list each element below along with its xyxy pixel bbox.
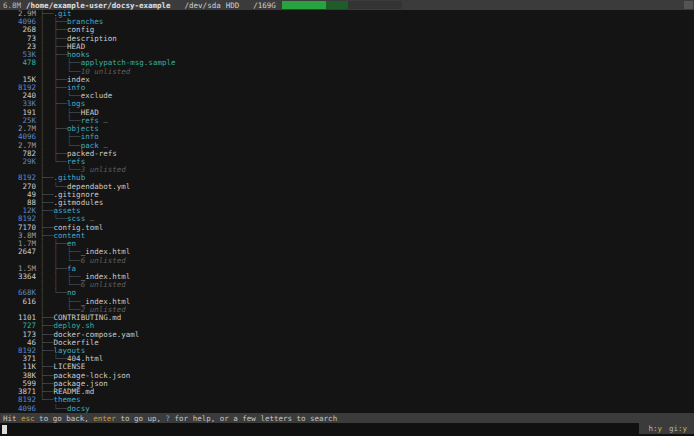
gauge-fill-dim: [326, 1, 348, 9]
device-name: /dev/sda: [185, 1, 221, 10]
tree-branch: └──: [40, 405, 67, 413]
input-cursor: [2, 425, 7, 434]
entry-name: 6 unlisted: [81, 257, 126, 265]
tree-row[interactable]: 7170├──config.toml: [0, 224, 694, 232]
disk-type-badge: HDD: [226, 1, 240, 10]
tree-row[interactable]: 25K│ │ └──refs …: [0, 117, 694, 125]
tree-row[interactable]: 8192└──themes: [0, 396, 694, 404]
tree-row[interactable]: 4096│ ├──branches: [0, 18, 694, 26]
tree-row[interactable]: 1101├──CONTRIBUTING.md: [0, 314, 694, 322]
tree-row[interactable]: 49├──.gitignore: [0, 191, 694, 199]
gauge-fill-used: [282, 1, 326, 9]
tree-row[interactable]: 8192│ └──scss …: [0, 215, 694, 223]
hint-key: enter: [93, 414, 116, 423]
toggle-flag-h: h:y: [648, 424, 662, 433]
tree-row[interactable]: 4096 └──docsy: [0, 405, 694, 413]
size-cell: 3364: [0, 273, 36, 281]
hint-text: Hit: [3, 414, 21, 423]
tree-row[interactable]: 73│ ├──description: [0, 35, 694, 43]
tree-row[interactable]: 371│ └──404.html: [0, 355, 694, 363]
tree-row[interactable]: 270│ └──dependabot.yml: [0, 183, 694, 191]
flag-value: y: [682, 424, 687, 433]
tree-row[interactable]: 3871├──README.md: [0, 388, 694, 396]
tree-row[interactable]: 173├──docker-compose.yaml: [0, 331, 694, 339]
scrollbar-thumb[interactable]: [684, 1, 693, 9]
entry-name: 3 unlisted: [81, 166, 126, 174]
toggle-flags: h:ygi:y: [639, 423, 694, 434]
tree-row[interactable]: 33K│ ├──logs: [0, 100, 694, 108]
broot-terminal: 6.8M /home/example-user/docsy-example /d…: [0, 0, 694, 436]
search-input-line[interactable]: h:ygi:y: [0, 423, 694, 436]
size-cell: 616: [0, 298, 36, 306]
size-cell: 29K: [0, 158, 36, 166]
tree-row[interactable]: 782│ ├──packed-refs: [0, 150, 694, 158]
tree-row[interactable]: │ └──3 unlisted: [0, 166, 694, 174]
disk-usage-gauge: [282, 1, 402, 9]
root-line[interactable]: 6.8M /home/example-user/docsy-example /d…: [0, 0, 694, 10]
tree-row[interactable]: 8192├──layouts: [0, 347, 694, 355]
disk-capacity: /169G: [253, 1, 276, 10]
size-cell: 2647: [0, 248, 36, 256]
file-tree: 2.9M├──.git4096│ ├──branches268│ ├──conf…: [0, 10, 694, 413]
tree-row[interactable]: │ │ └──6 unlisted: [0, 257, 694, 265]
hint-text: for help, or a few letters to search: [170, 414, 337, 423]
flag-value: y: [657, 424, 662, 433]
size-cell: 478: [0, 59, 36, 67]
entry-name: exclude: [81, 92, 113, 100]
tree-row[interactable]: │ │ └──6 unlisted: [0, 281, 694, 289]
tree-row[interactable]: 15K│ ├──index: [0, 76, 694, 84]
size-cell: 4096: [0, 405, 36, 413]
truncation-ellipsis: …: [99, 117, 108, 125]
tree-row[interactable]: 46├──Dockerfile: [0, 339, 694, 347]
tree-row[interactable]: 599├──package.json: [0, 380, 694, 388]
tree-row[interactable]: │ │ └──10 unlisted: [0, 68, 694, 76]
status-hint: Hit esc to go back, enter to go up, ? fo…: [0, 413, 694, 423]
tree-row[interactable]: 2.7M│ ├──objects: [0, 125, 694, 133]
flag-label: gi:: [669, 424, 683, 433]
entry-name: 6 unlisted: [81, 281, 126, 289]
toggle-flag-gi: gi:y: [669, 424, 687, 433]
tree-row[interactable]: 2.9M├──.git: [0, 10, 694, 18]
entry-name: docsy: [67, 405, 90, 413]
hint-key: esc: [21, 414, 35, 423]
hint-text: to go up,: [116, 414, 166, 423]
tree-row[interactable]: 23│ ├──HEAD: [0, 43, 694, 51]
tree-row[interactable]: 88├──.gitmodules: [0, 199, 694, 207]
hint-text: to go back,: [35, 414, 94, 423]
tree-row[interactable]: 3.8M├──content: [0, 232, 694, 240]
tree-row[interactable]: 240│ │ └──exclude: [0, 92, 694, 100]
tree-row[interactable]: 12K├──assets: [0, 207, 694, 215]
